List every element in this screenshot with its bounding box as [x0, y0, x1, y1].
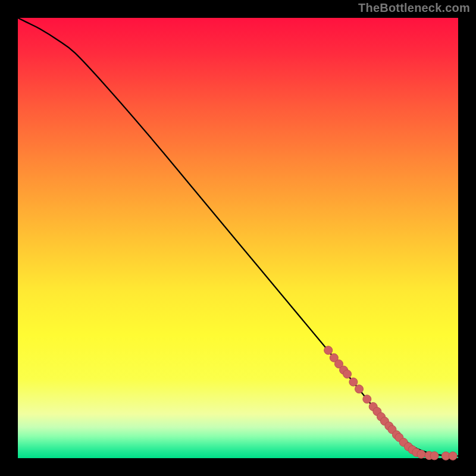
data-marker	[430, 452, 439, 460]
data-marker	[417, 450, 425, 458]
data-marker	[355, 385, 364, 393]
curve-overlay	[18, 18, 458, 458]
data-marker	[349, 378, 358, 386]
attribution-label: TheBottleneck.com	[358, 1, 470, 15]
data-marker	[449, 452, 457, 460]
bottleneck-curve	[18, 18, 458, 456]
data-marker	[343, 370, 352, 378]
marker-layer	[324, 346, 457, 461]
chart-stage: TheBottleneck.com	[0, 0, 476, 476]
data-marker	[324, 346, 333, 355]
data-marker	[363, 395, 371, 403]
plot-area	[18, 18, 458, 458]
